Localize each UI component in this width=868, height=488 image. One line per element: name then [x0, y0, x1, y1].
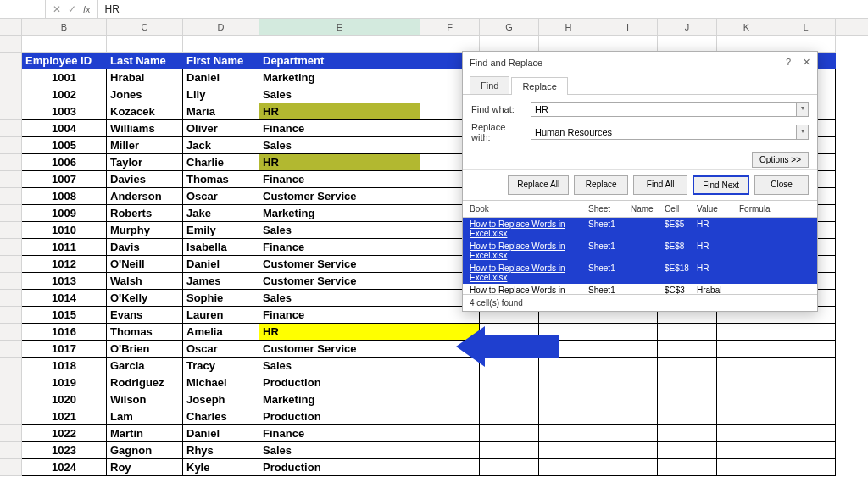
cell[interactable]	[539, 358, 598, 374]
cell[interactable]: 1021	[22, 408, 107, 425]
cell[interactable]	[658, 425, 717, 442]
column-header-G[interactable]: G	[480, 19, 539, 35]
cell[interactable]	[717, 408, 776, 425]
cell[interactable]: Employee ID	[22, 53, 107, 69]
result-row[interactable]: How to Replace Words in Excel.xlsxSheet1…	[463, 240, 817, 262]
cell[interactable]: Davis	[107, 239, 183, 256]
cell[interactable]: 1024	[22, 459, 107, 476]
cell[interactable]: 1009	[22, 205, 107, 222]
cell[interactable]: Production	[259, 408, 420, 425]
col-book[interactable]: Book	[470, 204, 588, 214]
cell[interactable]: Finance	[259, 307, 420, 324]
cell[interactable]	[480, 358, 539, 374]
cell[interactable]: 1008	[22, 188, 107, 205]
cell[interactable]: 1012	[22, 256, 107, 273]
select-all-corner[interactable]	[0, 19, 22, 35]
column-header-B[interactable]: B	[22, 19, 107, 35]
cell[interactable]: Production	[259, 374, 420, 391]
col-formula[interactable]: Formula	[739, 204, 810, 214]
cell[interactable]: 1020	[22, 391, 107, 408]
cell[interactable]: Marketing	[259, 205, 420, 222]
cell[interactable]: 1023	[22, 442, 107, 459]
column-header-K[interactable]: K	[717, 19, 776, 35]
replace-dropdown-icon[interactable]: ▾	[797, 125, 809, 140]
cell[interactable]	[598, 341, 658, 358]
cell[interactable]	[480, 425, 539, 442]
cell[interactable]	[480, 374, 539, 391]
cell[interactable]: Rhys	[183, 442, 259, 459]
cell[interactable]	[776, 408, 836, 425]
cell[interactable]: Kozacek	[107, 103, 183, 120]
cell[interactable]: 1010	[22, 222, 107, 239]
cell[interactable]: 1005	[22, 137, 107, 154]
column-header-F[interactable]: F	[420, 19, 480, 35]
cell[interactable]	[480, 459, 539, 476]
column-header-D[interactable]: D	[183, 19, 259, 35]
cell[interactable]	[776, 459, 836, 476]
cell[interactable]: Lam	[107, 408, 183, 425]
column-header-E[interactable]: E	[259, 19, 420, 35]
cell[interactable]: 1014	[22, 290, 107, 307]
cell[interactable]: 1007	[22, 171, 107, 188]
cell[interactable]: Sales	[259, 442, 420, 459]
cell[interactable]	[717, 425, 776, 442]
close-icon[interactable]: ✕	[803, 57, 810, 68]
cell[interactable]: Production	[259, 459, 420, 476]
result-row[interactable]: How to Replace Words in Excel.xlsxSheet1…	[463, 284, 817, 294]
cancel-icon[interactable]: ✕	[53, 3, 61, 15]
col-name[interactable]: Name	[631, 204, 665, 214]
cell[interactable]: Last Name	[107, 53, 183, 69]
cell[interactable]	[776, 341, 836, 358]
cell[interactable]: Department	[259, 53, 420, 69]
cell[interactable]: Hrabal	[107, 69, 183, 86]
cell[interactable]: Wilson	[107, 391, 183, 408]
cell[interactable]	[539, 459, 598, 476]
cell[interactable]: Murphy	[107, 222, 183, 239]
cell[interactable]: Thomas	[183, 171, 259, 188]
cell[interactable]: Sales	[259, 358, 420, 374]
cell[interactable]: Thomas	[107, 324, 183, 341]
replace-button[interactable]: Replace	[574, 175, 628, 195]
cell[interactable]: Emily	[183, 222, 259, 239]
cell[interactable]: Martin	[107, 425, 183, 442]
close-button[interactable]: Close	[754, 175, 809, 195]
cell[interactable]: Customer Service	[259, 256, 420, 273]
cell[interactable]: Marketing	[259, 391, 420, 408]
cell[interactable]: Evans	[107, 307, 183, 324]
cell[interactable]	[776, 374, 836, 391]
cell[interactable]: Walsh	[107, 273, 183, 290]
cell[interactable]: Finance	[259, 120, 420, 137]
cell[interactable]	[183, 36, 259, 53]
cell[interactable]: Marketing	[259, 69, 420, 86]
cell[interactable]: Taylor	[107, 154, 183, 171]
cell[interactable]	[598, 324, 658, 341]
cell[interactable]	[717, 324, 776, 341]
column-header-H[interactable]: H	[539, 19, 598, 35]
cell[interactable]	[776, 391, 836, 408]
cell[interactable]: Daniel	[183, 256, 259, 273]
cell[interactable]	[480, 442, 539, 459]
cell[interactable]: Customer Service	[259, 273, 420, 290]
cell[interactable]	[658, 391, 717, 408]
cell[interactable]: Sales	[259, 86, 420, 103]
cell[interactable]: Jones	[107, 86, 183, 103]
cell[interactable]: Isabella	[183, 239, 259, 256]
cell[interactable]: Garcia	[107, 358, 183, 374]
cell[interactable]	[420, 442, 480, 459]
cell[interactable]: 1002	[22, 86, 107, 103]
cell[interactable]	[717, 341, 776, 358]
cell[interactable]	[539, 36, 598, 53]
cell[interactable]: 1015	[22, 307, 107, 324]
cell[interactable]	[598, 425, 658, 442]
help-icon[interactable]: ?	[786, 57, 791, 68]
cell[interactable]: Sales	[259, 222, 420, 239]
cell[interactable]: 1003	[22, 103, 107, 120]
cell[interactable]: Roberts	[107, 205, 183, 222]
cell[interactable]	[539, 374, 598, 391]
cell[interactable]: Sales	[259, 290, 420, 307]
formula-bar-value[interactable]: HR	[98, 3, 120, 15]
col-cell[interactable]: Cell	[665, 204, 697, 214]
cell[interactable]: Roy	[107, 459, 183, 476]
cell[interactable]	[480, 408, 539, 425]
cell[interactable]	[598, 408, 658, 425]
